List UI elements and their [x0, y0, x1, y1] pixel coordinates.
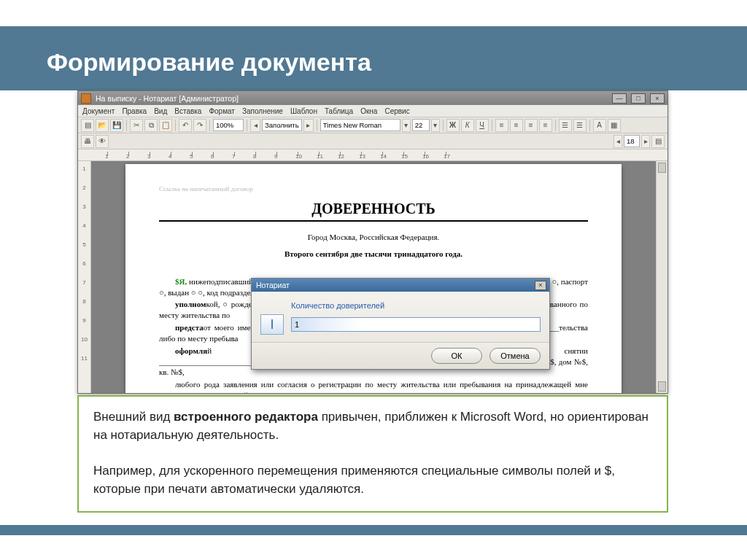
doc-para-5: любого рода заявления или согласия о рег…: [159, 379, 588, 393]
menu-service[interactable]: Сервис: [384, 107, 409, 115]
italic-button[interactable]: К: [461, 119, 474, 132]
bold-button[interactable]: Ж: [446, 119, 460, 132]
copy-icon[interactable]: ⧉: [144, 119, 158, 132]
dialog: Нотариат × Количество доверителей I ОК О…: [251, 278, 550, 370]
minimize-button[interactable]: —: [612, 93, 627, 104]
app-icon: [81, 93, 91, 104]
maximize-button[interactable]: □: [631, 93, 646, 104]
slide-caption: Внешний вид встроенного редактора привыч…: [77, 395, 668, 513]
menu-insert[interactable]: Вставка: [174, 107, 201, 115]
toolbar-row-1: ▤ 📂 💾 ✂ ⧉ 📋 ↶ ↷ 100% ◂ Заполнить ▸ Times…: [78, 117, 667, 133]
menu-edit[interactable]: Правка: [122, 107, 147, 115]
fill-next-icon[interactable]: ▸: [303, 119, 314, 132]
window-title: На выписку - Нотариат [Администратор]: [96, 94, 239, 103]
dialog-field-label: Количество доверителей: [291, 300, 541, 311]
font-color-icon[interactable]: A: [593, 119, 606, 132]
menu-document[interactable]: Документ: [82, 107, 115, 115]
font-dropdown-icon[interactable]: ▾: [402, 119, 411, 132]
numbering-icon[interactable]: ☰: [573, 119, 587, 132]
menu-table[interactable]: Таблица: [325, 107, 353, 115]
toolbar-row-2: 🖶 👁 ◂ 18 ▸ ▤: [78, 133, 667, 149]
open-icon[interactable]: 📂: [96, 119, 109, 132]
dialog-close-button[interactable]: ×: [535, 281, 546, 290]
align-justify-icon[interactable]: ≡: [539, 119, 552, 132]
slide-title: Формирование документа: [47, 48, 371, 77]
cancel-button[interactable]: Отмена: [489, 348, 541, 364]
tools-icon[interactable]: ▦: [608, 119, 621, 132]
fill-prev-icon[interactable]: ◂: [250, 119, 260, 132]
menu-fill[interactable]: Заполнение: [242, 107, 283, 115]
doc-subtitle-2: Второго сентября две тысячи тринадцатого…: [159, 249, 588, 260]
underline-button[interactable]: Ч: [476, 119, 489, 132]
page-setup-icon[interactable]: ▤: [651, 135, 665, 148]
undo-icon[interactable]: ↶: [179, 119, 192, 132]
editor-window: На выписку - Нотариат [Администратор] — …: [77, 90, 668, 394]
dialog-title: Нотариат: [256, 280, 290, 290]
titlebar: На выписку - Нотариат [Администратор] — …: [78, 91, 667, 105]
align-left-icon[interactable]: ≡: [495, 119, 508, 132]
hyperlink-placeholder: Ссылка на напечатанный договор: [159, 184, 588, 193]
vertical-ruler: 123 456 789 1011: [78, 161, 91, 393]
text-cursor-icon: I: [260, 314, 284, 335]
font-size-field[interactable]: 22: [412, 119, 430, 131]
cut-icon[interactable]: ✂: [130, 119, 143, 132]
size-dropdown-icon[interactable]: ▾: [431, 119, 440, 132]
print-icon[interactable]: 🖶: [81, 135, 94, 148]
horizontal-ruler: 1 2 3 4 5 6 7 8 9 10 11 12 13 14 15 16 1…: [78, 149, 667, 161]
redo-icon[interactable]: ↷: [193, 119, 206, 132]
doc-title: ДОВЕРЕННОСТЬ: [159, 199, 588, 222]
dialog-titlebar: Нотариат ×: [252, 279, 549, 292]
vertical-scrollbar[interactable]: [656, 161, 667, 393]
menu-template[interactable]: Шаблон: [290, 107, 317, 115]
align-center-icon[interactable]: ≡: [510, 119, 523, 132]
doc-subtitle-1: Город Москва, Российская Федерация.: [159, 232, 588, 243]
dialog-input[interactable]: [291, 317, 541, 332]
ruler-value[interactable]: 18: [624, 135, 640, 147]
preview-icon[interactable]: 👁: [96, 135, 109, 148]
ok-button[interactable]: ОК: [431, 348, 482, 364]
new-icon[interactable]: ▤: [81, 119, 94, 132]
bullets-icon[interactable]: ☰: [559, 119, 572, 132]
work-area: 123 456 789 1011 Ссылка на напечатанный …: [78, 161, 667, 393]
menu-format[interactable]: Формат: [209, 107, 235, 115]
zoom-field[interactable]: 100%: [213, 119, 244, 131]
font-family-field[interactable]: Times New Roman: [320, 119, 400, 131]
ruler-prev-icon[interactable]: ◂: [614, 135, 622, 148]
fill-button[interactable]: Заполнить: [262, 119, 302, 131]
paste-icon[interactable]: 📋: [159, 119, 172, 132]
menubar: Документ Правка Вид Вставка Формат Запол…: [78, 105, 667, 117]
menu-view[interactable]: Вид: [154, 107, 167, 115]
menu-windows[interactable]: Окна: [360, 107, 377, 115]
slide-footer-band: [0, 525, 747, 535]
close-button[interactable]: ×: [650, 93, 665, 104]
save-icon[interactable]: 💾: [110, 119, 123, 132]
document-page[interactable]: Ссылка на напечатанный договор ДОВЕРЕННО…: [125, 164, 622, 393]
align-right-icon[interactable]: ≡: [525, 119, 538, 132]
ruler-next-icon[interactable]: ▸: [641, 135, 650, 148]
